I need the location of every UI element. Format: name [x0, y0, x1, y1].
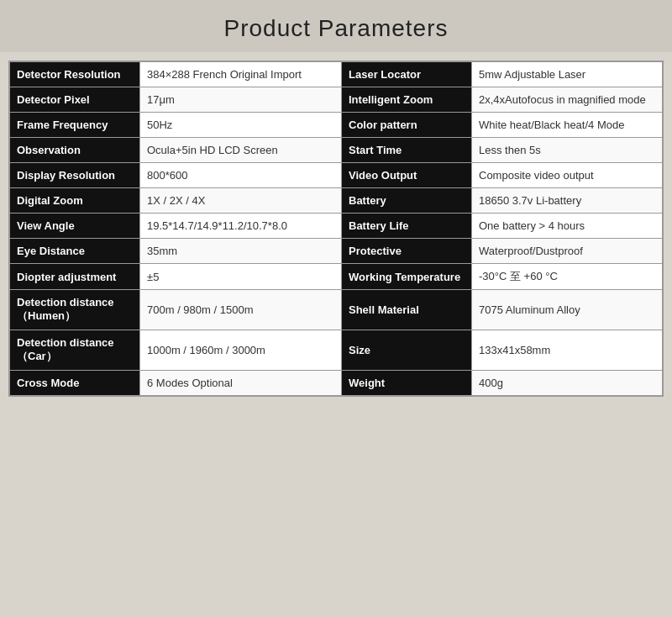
value-left-10: 1000m / 1960m / 3000m — [140, 330, 342, 371]
table-row: Eye Distance35mmProtectiveWaterproof/Dus… — [10, 239, 663, 264]
value-right-1: 2x,4xAutofocus in magnified mode — [472, 87, 663, 113]
table-row: Detection distance（Car）1000m / 1960m / 3… — [10, 330, 663, 371]
value-left-1: 17μm — [140, 87, 342, 113]
table-row: Detection distance（Humen）700m / 980m / 1… — [10, 290, 663, 330]
label-right-5: Battery — [342, 188, 472, 214]
value-left-0: 384×288 French Original Import — [140, 62, 342, 87]
table-row: Detector Pixel17μmIntelligent Zoom2x,4xA… — [10, 87, 663, 113]
value-right-11: 400g — [472, 371, 663, 396]
value-left-11: 6 Modes Optional — [140, 371, 342, 396]
label-left-3: Observation — [10, 138, 140, 163]
label-right-0: Laser Locator — [342, 62, 472, 87]
value-right-4: Composite video output — [472, 163, 663, 188]
label-left-10: Detection distance（Car） — [10, 330, 140, 371]
label-left-11: Cross Mode — [10, 371, 140, 396]
page-wrapper: Product Parameters Detector Resolution38… — [0, 0, 672, 617]
table-row: Diopter adjustment±5Working Temperature-… — [10, 264, 663, 290]
table-row: ObservationOcula+5in HD LCD ScreenStart … — [10, 138, 663, 163]
value-right-6: One battery > 4 hours — [472, 214, 663, 239]
value-left-5: 1X / 2X / 4X — [140, 188, 342, 214]
value-left-4: 800*600 — [140, 163, 342, 188]
label-right-4: Video Output — [342, 163, 472, 188]
value-left-2: 50Hz — [140, 113, 342, 138]
label-left-4: Display Resolution — [10, 163, 140, 188]
value-left-8: ±5 — [140, 264, 342, 290]
page-title: Product Parameters — [224, 15, 449, 41]
label-left-1: Detector Pixel — [10, 87, 140, 113]
value-right-5: 18650 3.7v Li-battery — [472, 188, 663, 214]
label-left-0: Detector Resolution — [10, 62, 140, 87]
parameters-table: Detector Resolution384×288 French Origin… — [9, 61, 663, 396]
value-right-8: -30°C 至 +60 °C — [472, 264, 663, 290]
value-left-7: 35mm — [140, 239, 342, 264]
label-right-7: Protective — [342, 239, 472, 264]
label-right-11: Weight — [342, 371, 472, 396]
label-right-9: Shell Material — [342, 290, 472, 330]
label-right-8: Working Temperature — [342, 264, 472, 290]
value-right-3: Less then 5s — [472, 138, 663, 163]
table-container: Detector Resolution384×288 French Origin… — [8, 61, 664, 397]
title-area: Product Parameters — [0, 0, 672, 52]
value-right-2: White heat/Black heat/4 Mode — [472, 113, 663, 138]
value-left-9: 700m / 980m / 1500m — [140, 290, 342, 330]
table-row: Cross Mode6 Modes OptionalWeight400g — [10, 371, 663, 396]
table-row: Display Resolution800*600Video OutputCom… — [10, 163, 663, 188]
label-left-2: Frame Frequency — [10, 113, 140, 138]
table-row: Detector Resolution384×288 French Origin… — [10, 62, 663, 87]
value-left-3: Ocula+5in HD LCD Screen — [140, 138, 342, 163]
label-right-1: Intelligent Zoom — [342, 87, 472, 113]
label-left-9: Detection distance（Humen） — [10, 290, 140, 330]
label-right-6: Battery Life — [342, 214, 472, 239]
label-left-8: Diopter adjustment — [10, 264, 140, 290]
value-right-9: 7075 Aluminum Alloy — [472, 290, 663, 330]
table-row: View Angle19.5*14.7/14.9*11.2/10.7*8.0Ba… — [10, 214, 663, 239]
label-left-7: Eye Distance — [10, 239, 140, 264]
value-right-10: 133x41x58mm — [472, 330, 663, 371]
value-right-0: 5mw Adjustable Laser — [472, 62, 663, 87]
label-right-2: Color pattern — [342, 113, 472, 138]
table-row: Frame Frequency50HzColor patternWhite he… — [10, 113, 663, 138]
value-left-6: 19.5*14.7/14.9*11.2/10.7*8.0 — [140, 214, 342, 239]
value-right-7: Waterproof/Dustproof — [472, 239, 663, 264]
table-row: Digital Zoom1X / 2X / 4XBattery18650 3.7… — [10, 188, 663, 214]
label-right-10: Size — [342, 330, 472, 371]
label-left-6: View Angle — [10, 214, 140, 239]
label-left-5: Digital Zoom — [10, 188, 140, 214]
label-right-3: Start Time — [342, 138, 472, 163]
